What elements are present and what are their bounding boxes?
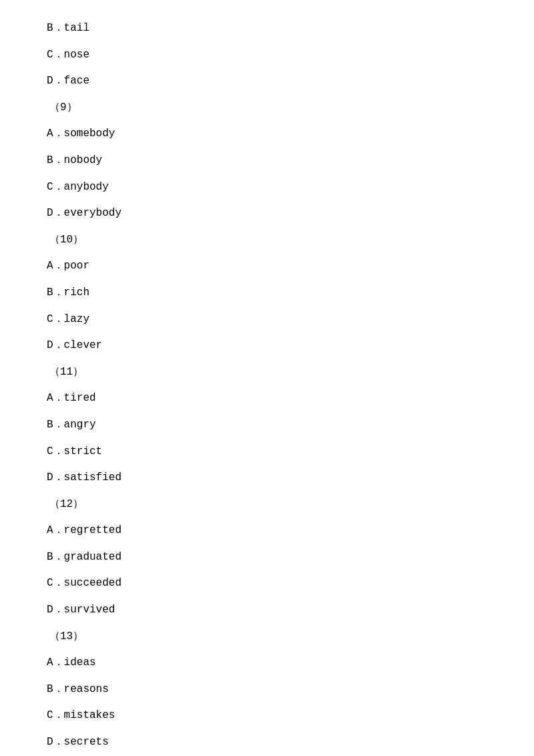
d-face: D．face: [47, 73, 487, 90]
a-tired: A．tired: [47, 390, 487, 407]
c-mistakes: C．mistakes: [47, 707, 487, 725]
d-secrets: D．secrets: [47, 734, 487, 751]
q12: （12）: [47, 496, 487, 514]
d-everybody: D．everybody: [47, 205, 487, 222]
b-graduated: B．graduated: [47, 549, 487, 566]
q9: （9）: [47, 100, 487, 117]
c-succeeded: C．succeeded: [47, 575, 487, 592]
b-reasons: B．reasons: [47, 681, 487, 699]
b-nobody: B．nobody: [47, 152, 487, 170]
b-tail: B．tail: [47, 20, 487, 37]
a-somebody: A．somebody: [47, 126, 487, 143]
q13: （13）: [47, 628, 487, 646]
a-ideas: A．ideas: [47, 654, 487, 672]
d-satisfied: D．satisfied: [47, 469, 487, 487]
c-nose: C．nose: [47, 47, 487, 64]
d-clever: D．clever: [47, 337, 487, 355]
d-survived: D．survived: [47, 602, 487, 619]
c-lazy: C．lazy: [47, 311, 487, 329]
b-angry: B．angry: [47, 417, 487, 434]
b-rich: B．rich: [47, 285, 487, 302]
main-content: B．tailC．noseD．face（9）A．somebodyB．nobodyC…: [0, 0, 534, 756]
c-strict: C．strict: [47, 443, 487, 461]
q10: （10）: [47, 232, 487, 249]
q11: （11）: [47, 364, 487, 381]
a-poor: A．poor: [47, 258, 487, 275]
c-anybody: C．anybody: [47, 179, 487, 196]
a-regretted: A．regretted: [47, 522, 487, 540]
